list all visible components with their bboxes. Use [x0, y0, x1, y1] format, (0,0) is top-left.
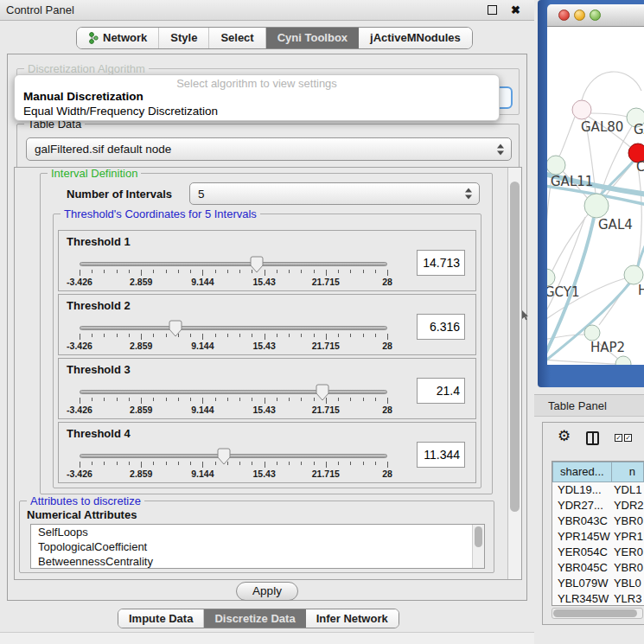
table-row[interactable]: YBR043CYBR0 [552, 513, 644, 529]
table-row[interactable]: YPR145WYPR1 [552, 529, 644, 545]
tab-label: Network [103, 28, 147, 48]
threshold-value-field[interactable]: 21.4 [417, 378, 465, 404]
tick-mark [117, 334, 118, 337]
tab-discretize-data[interactable]: Discretize Data [204, 609, 305, 628]
list-item[interactable]: BetweennessCentrality [31, 554, 484, 569]
tick-mark [190, 334, 191, 337]
network-node[interactable] [584, 325, 600, 341]
network-window-titlebar[interactable] [547, 4, 644, 27]
minimize-traffic-light[interactable] [574, 10, 585, 21]
slider-track[interactable] [80, 390, 387, 394]
columns-icon[interactable] [586, 431, 599, 445]
tick-mark [166, 270, 167, 273]
tab-impute-data[interactable]: Impute Data [118, 609, 204, 628]
screen: Control Panel ✖ NetworkStyleSelectCyni T… [0, 0, 644, 644]
table-row[interactable]: YER054CYER0 [552, 545, 644, 560]
select-columns-icon[interactable]: ✓✓ [615, 434, 632, 442]
threshold-value-field[interactable]: 6.316 [417, 314, 465, 340]
tick-mark [239, 398, 240, 401]
threshold-value-field[interactable]: 11.344 [417, 442, 465, 468]
network-canvas[interactable]: GAL80GACGAL11GAL4GCY1HHAP2 [547, 27, 644, 365]
number-of-intervals-label: Number of Intervals [67, 188, 172, 201]
column-header[interactable]: shared... [552, 462, 612, 482]
table-row[interactable]: YLR345WYLR3 [552, 591, 644, 606]
tick-label: 21.715 [312, 277, 340, 287]
tick-mark [387, 334, 388, 340]
close-icon[interactable]: ✖ [511, 2, 520, 19]
network-node[interactable] [572, 100, 591, 119]
list-scrollbar[interactable] [472, 525, 484, 568]
cell-shared-name: YBL079W [552, 576, 614, 591]
combobox-stepper-icon[interactable] [465, 188, 473, 200]
checkbox-icon[interactable]: ✓ [624, 434, 632, 442]
tick-mark [326, 270, 327, 276]
slider-track[interactable] [80, 262, 387, 266]
cell-shared-name: YER054C [552, 545, 614, 560]
tick-mark [326, 398, 327, 404]
tab-infer-network[interactable]: Infer Network [306, 609, 399, 628]
tick-mark [289, 462, 290, 465]
tick-mark [190, 462, 191, 465]
slider-ticks [80, 462, 387, 469]
number-of-intervals-combobox[interactable]: 5 [189, 182, 480, 205]
node-table[interactable]: shared...n YDL19...YDL1YDR27...YDR2YBR04… [552, 461, 644, 606]
settings-scrollbar-thumb[interactable] [510, 182, 520, 512]
table-row[interactable]: YBL079WYBL0 [552, 576, 644, 591]
settings-scrollbar[interactable] [507, 168, 521, 579]
checkbox-icon[interactable]: ✓ [615, 434, 622, 442]
table-hscrollbar-thumb[interactable] [553, 609, 637, 617]
tab-network[interactable]: Network [77, 28, 159, 48]
list-item[interactable]: SelfLoops [31, 525, 484, 539]
threshold-box: Threshold 3-3.4262.8599.14415.4321.71528… [58, 358, 476, 419]
tick-mark [289, 270, 290, 273]
table-row[interactable]: YBR045CYBR0 [552, 560, 644, 576]
network-node[interactable] [547, 269, 555, 286]
network-node[interactable] [624, 265, 643, 284]
threshold-value-field[interactable]: 14.713 [417, 250, 465, 276]
tick-mark [202, 462, 203, 468]
slider-track[interactable] [80, 326, 387, 330]
network-node[interactable] [584, 194, 609, 218]
tick-mark [363, 398, 364, 401]
tick-label: 21.715 [312, 405, 340, 415]
tick-mark [141, 270, 142, 276]
tick-mark [277, 270, 277, 273]
table-hscrollbar[interactable] [552, 608, 643, 619]
network-node[interactable] [547, 156, 565, 175]
mouse-cursor [522, 310, 530, 321]
apply-button[interactable]: Apply [236, 582, 298, 601]
table-row[interactable]: YDR27...YDR2 [552, 498, 644, 513]
network-node[interactable] [615, 356, 631, 365]
table-row[interactable]: YDL19...YDL1 [552, 482, 644, 498]
network-view-window: GAL80GACGAL11GAL4GCY1HHAP2 [538, 0, 644, 387]
table-data-fieldset: Table Data galFiltered.sif default node [16, 124, 520, 169]
tick-label: 2.859 [130, 277, 152, 287]
cell-shared-name: YDL19... [552, 482, 614, 498]
tick-mark [129, 398, 130, 401]
threshold-title: Threshold 2 [67, 299, 131, 312]
close-traffic-light[interactable] [558, 10, 570, 21]
tick-mark [338, 398, 339, 401]
tick-mark [92, 334, 92, 337]
slider-track[interactable] [80, 454, 387, 458]
tab-cyni-toolbox[interactable]: Cyni Toolbox [266, 28, 359, 48]
tab-jactivemnodules[interactable]: jActiveMNodules [359, 28, 472, 48]
float-window-icon[interactable] [488, 5, 497, 15]
list-item[interactable]: TopologicalCoefficient [31, 539, 484, 554]
combobox-stepper-icon[interactable] [497, 143, 505, 155]
table-data-selected: galFiltered.sif default node [35, 138, 171, 160]
column-header[interactable]: n [612, 462, 644, 482]
gear-icon[interactable]: ⚙ [558, 428, 571, 445]
dropdown-option[interactable]: Manual Discretization [23, 90, 143, 103]
threshold-title: Threshold 3 [67, 363, 131, 376]
dropdown-option[interactable]: Equal Width/Frequency Discretization [23, 105, 218, 118]
tab-select[interactable]: Select [209, 28, 265, 48]
table-data-combobox[interactable]: galFiltered.sif default node [26, 137, 512, 161]
tab-style[interactable]: Style [159, 28, 209, 48]
zoom-traffic-light[interactable] [590, 10, 601, 21]
network-edge [637, 163, 641, 266]
tick-mark [80, 398, 80, 404]
numerical-attributes-list[interactable]: SelfLoopsTopologicalCoefficientBetweenne… [30, 524, 485, 569]
list-scrollbar-thumb[interactable] [475, 526, 482, 547]
bottom-tabbar: Impute DataDiscretize DataInfer Network [118, 609, 399, 628]
